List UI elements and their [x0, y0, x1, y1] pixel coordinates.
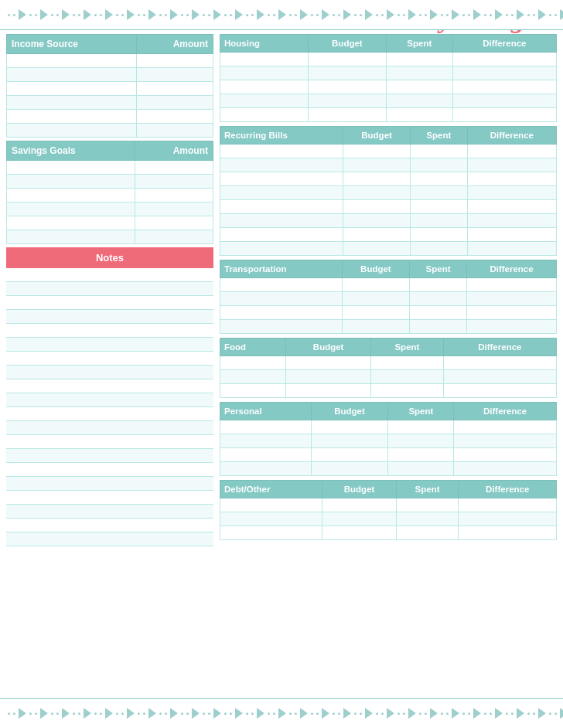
border-dot	[35, 713, 37, 715]
personal-spent-cell	[388, 434, 454, 448]
note-line	[6, 477, 213, 491]
border-dot	[116, 713, 118, 715]
table-row	[220, 434, 557, 448]
table-row	[220, 80, 557, 94]
border-dot	[527, 14, 530, 16]
debt-other-table: Debt/Other Budget Spent Difference	[220, 480, 557, 540]
housing-diff-cell	[452, 108, 556, 122]
border-dot	[29, 14, 32, 16]
housing-budget-cell	[308, 108, 386, 122]
border-dot	[403, 14, 405, 16]
income-amount-cell	[137, 68, 213, 82]
table-row	[220, 214, 557, 228]
border-dot	[203, 713, 205, 715]
debt-other-label-header: Debt/Other	[220, 481, 322, 498]
income-col1-header: Income Source	[7, 35, 137, 54]
table-row	[220, 356, 557, 370]
border-dot	[360, 14, 362, 16]
border-dot	[268, 14, 270, 16]
personal-item-cell	[220, 434, 312, 448]
border-arrow	[170, 9, 178, 20]
income-table: Income Source Amount	[6, 34, 213, 138]
border-dot	[311, 14, 313, 16]
border-dot	[506, 14, 508, 16]
table-row	[220, 292, 557, 306]
note-line	[6, 352, 213, 366]
recurring-bills-spent-cell	[410, 214, 467, 228]
transportation-spent-cell	[410, 278, 467, 292]
housing-spent-cell	[386, 108, 452, 122]
note-line	[6, 324, 213, 338]
border-dot	[549, 713, 551, 715]
recurring-bills-item-cell	[220, 145, 343, 158]
recurring-bills-diff-cell	[467, 145, 556, 158]
recurring-bills-item-cell	[220, 172, 343, 186]
debt-other-spent-header: Spent	[396, 481, 459, 498]
recurring-bills-budget-cell	[343, 228, 411, 242]
transportation-diff-cell	[467, 306, 557, 320]
savings-amount-cell	[135, 230, 213, 244]
food-budget-cell	[286, 384, 371, 398]
income-amount-cell	[137, 110, 213, 124]
border-arrow	[105, 9, 113, 20]
note-line	[6, 268, 213, 282]
table-row	[220, 320, 557, 334]
food-budget-header: Budget	[286, 338, 371, 356]
note-line	[6, 519, 213, 532]
border-dot	[549, 14, 551, 16]
border-dot	[316, 14, 319, 16]
border-arrow	[127, 708, 135, 719]
border-dot	[159, 713, 162, 715]
note-line	[6, 463, 213, 477]
savings-goal-cell	[7, 230, 135, 244]
border-dot	[121, 14, 124, 16]
food-budget-cell	[286, 370, 371, 384]
recurring-bills-diff-cell	[467, 200, 556, 214]
border-dot	[246, 713, 248, 715]
border-dot	[181, 14, 183, 16]
border-arrow	[343, 708, 351, 719]
border-dot	[56, 14, 59, 16]
housing-budget-cell	[308, 66, 386, 80]
note-line	[6, 491, 213, 505]
border-dot	[78, 14, 80, 16]
border-arrow	[322, 708, 329, 719]
savings-col1-header: Savings Goals	[7, 141, 135, 161]
border-dot	[29, 713, 32, 715]
border-arrow	[213, 708, 221, 719]
border-dot	[230, 14, 232, 16]
border-arrow	[538, 708, 546, 719]
border-dot	[360, 713, 362, 715]
debt-other-budget-cell	[322, 512, 396, 526]
note-line	[6, 366, 213, 379]
savings-goal-cell	[7, 216, 135, 230]
border-dot	[165, 14, 167, 16]
savings-amount-cell	[135, 161, 213, 175]
food-table: Food Budget Spent Difference	[220, 338, 557, 398]
savings-goal-cell	[7, 175, 135, 189]
table-row	[220, 172, 557, 186]
border-dot	[208, 713, 210, 715]
left-column: Income Source Amount Savings Goals Amoun…	[6, 34, 213, 694]
transportation-spent-cell	[410, 320, 467, 334]
personal-label-header: Personal	[220, 403, 312, 420]
border-arrow	[408, 708, 416, 719]
border-arrow	[430, 9, 438, 20]
housing-item-cell	[220, 108, 309, 122]
border-dot	[376, 713, 378, 715]
note-line	[6, 393, 213, 407]
border-dot	[203, 14, 205, 16]
border-dot	[138, 14, 140, 16]
transportation-diff-cell	[467, 278, 557, 292]
border-dot	[295, 713, 297, 715]
border-arrow	[517, 9, 524, 20]
main-content: Income Source Amount Savings Goals Amoun…	[0, 29, 563, 699]
table-row	[7, 161, 213, 175]
note-line	[6, 296, 213, 310]
income-amount-cell	[137, 54, 213, 68]
border-arrow	[560, 708, 563, 719]
housing-item-cell	[220, 80, 309, 94]
recurring-bills-diff-header: Difference	[467, 127, 556, 145]
food-diff-cell	[443, 356, 556, 370]
recurring-bills-item-cell	[220, 228, 343, 242]
